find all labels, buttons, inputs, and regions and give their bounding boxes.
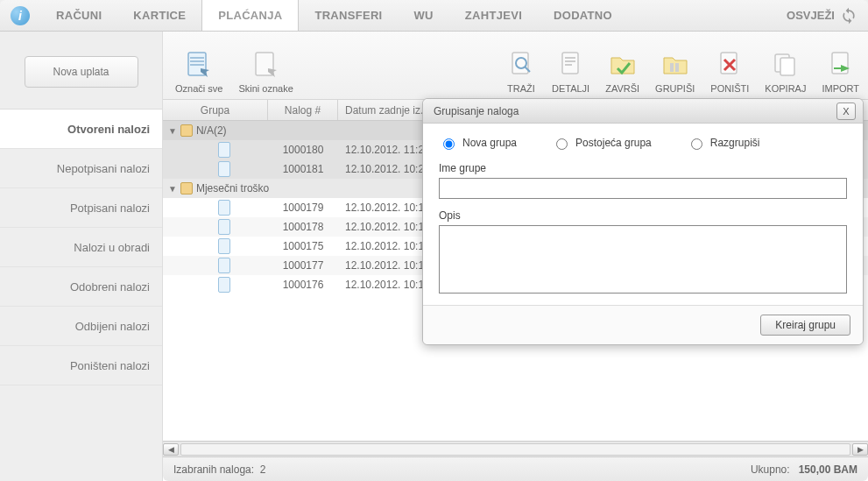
radio-ungroup[interactable]: Razgrupiši	[687, 136, 760, 150]
nav-tab-placanja[interactable]: PLAĆANJA	[201, 0, 299, 31]
page-icon	[218, 219, 230, 235]
group-desc-label: Opis	[439, 209, 847, 222]
details-label: DETALJI	[552, 83, 589, 94]
dialog-title: Grupisanje naloga	[434, 105, 519, 117]
dialog-titlebar[interactable]: Grupisanje naloga X	[423, 99, 863, 124]
refresh-label: OSVJEŽI	[787, 9, 835, 22]
import-icon	[826, 50, 856, 80]
create-group-button[interactable]: Kreiraj grupu	[760, 315, 850, 336]
import-label: IMPORT	[822, 83, 859, 94]
scroll-left-icon[interactable]: ◀	[163, 443, 179, 456]
nav-tab-racuni[interactable]: RAČUNI	[40, 0, 117, 31]
toolbar: Označi sve Skini oznake TRAŽI DETALJI	[163, 32, 868, 100]
cell-order: 1000176	[268, 275, 338, 294]
cell-order: 1000175	[268, 237, 338, 256]
selected-count: 2	[260, 463, 266, 476]
radio-existing-input[interactable]	[556, 138, 568, 150]
copy-button[interactable]: KOPIRAJ	[765, 50, 806, 94]
svg-rect-5	[670, 63, 674, 72]
sidebar-item-nepotpisani[interactable]: Nepotpisani nalozi	[0, 149, 162, 188]
refresh-icon	[840, 7, 857, 25]
page-icon	[218, 200, 230, 216]
package-icon	[180, 182, 193, 195]
group-button[interactable]: GRUPIŠI	[655, 50, 695, 94]
select-all-button[interactable]: Označi sve	[175, 50, 222, 94]
group-mode-radios: Nova grupa Postojeća grupa Razgrupiši	[439, 136, 847, 150]
sidebar-item-potpisani[interactable]: Potpisani nalozi	[0, 188, 162, 228]
svg-rect-6	[675, 63, 679, 72]
search-icon	[506, 50, 536, 80]
page-icon	[218, 238, 230, 254]
sidebar-item-obrada[interactable]: Nalozi u obradi	[0, 228, 162, 267]
svg-rect-9	[780, 58, 794, 75]
side-menu: Otvoreni nalozi Nepotpisani nalozi Potpi…	[0, 109, 162, 386]
radio-ungroup-label: Razgrupiši	[710, 137, 760, 149]
sidebar-item-otvoreni[interactable]: Otvoreni nalozi	[0, 110, 162, 149]
svg-rect-4	[562, 53, 578, 74]
radio-ungroup-input[interactable]	[691, 138, 702, 150]
group-folder-icon	[660, 50, 690, 80]
sidebar-item-odbijeni[interactable]: Odbijeni nalozi	[0, 307, 162, 346]
group-name: Mjesečni troško	[196, 182, 269, 195]
search-button[interactable]: TRAŽI	[506, 50, 536, 94]
radio-existing-label: Postojeća grupa	[575, 137, 652, 149]
col-group[interactable]: Grupa	[163, 100, 268, 120]
nav-tab-wu[interactable]: WU	[399, 0, 449, 31]
cell-order: 1000180	[268, 140, 338, 159]
cell-order: 1000178	[268, 217, 338, 237]
details-button[interactable]: DETALJI	[552, 50, 589, 94]
sidebar-item-odobreni[interactable]: Odobreni nalozi	[0, 267, 162, 307]
page-icon	[218, 142, 230, 158]
deselect-icon	[251, 50, 281, 80]
scroll-right-icon[interactable]: ▶	[852, 443, 868, 456]
nav-tab-dodatno[interactable]: DODATNO	[538, 0, 628, 31]
total-label: Ukupno:	[751, 463, 790, 476]
cancel-label: PONIŠTI	[710, 83, 749, 94]
page-icon	[218, 277, 230, 293]
group-desc-input[interactable]	[439, 225, 847, 294]
nav-tab-zahtjevi[interactable]: ZAHTJEVI	[449, 0, 538, 31]
refresh-button[interactable]: OSVJEŽI	[776, 7, 868, 25]
total-value: 150,00 BAM	[799, 463, 857, 476]
finish-button[interactable]: ZAVRŠI	[605, 50, 639, 94]
group-dialog: Grupisanje naloga X Nova grupa Postojeća…	[422, 98, 864, 345]
finish-label: ZAVRŠI	[605, 83, 639, 94]
nav-tab-kartice[interactable]: KARTICE	[117, 0, 201, 31]
check-folder-icon	[608, 50, 638, 80]
collapse-icon: ▼	[168, 126, 177, 136]
scroll-track[interactable]	[180, 443, 850, 456]
cell-order: 1000181	[268, 159, 338, 179]
collapse-icon: ▼	[168, 184, 177, 194]
nav-tabs: RAČUNI KARTICE PLAĆANJA TRANSFERI WU ZAH…	[40, 0, 776, 31]
radio-existing-group[interactable]: Postojeća grupa	[552, 136, 652, 150]
deselect-label: Skini oznake	[238, 83, 293, 94]
cell-order: 1000179	[268, 198, 338, 217]
main-panel: Označi sve Skini oznake TRAŽI DETALJI	[162, 32, 868, 481]
details-icon	[556, 50, 586, 80]
search-label: TRAŽI	[507, 83, 535, 94]
cancel-icon	[715, 50, 745, 80]
new-payment-button[interactable]: Nova uplata	[25, 56, 138, 88]
selected-label: Izabranih naloga:	[173, 463, 254, 476]
top-nav: i RAČUNI KARTICE PLAĆANJA TRANSFERI WU Z…	[0, 0, 868, 32]
sidebar-item-ponisteni[interactable]: Poništeni nalozi	[0, 346, 162, 386]
dialog-close-button[interactable]: X	[836, 103, 856, 120]
radio-new-input[interactable]	[443, 138, 455, 150]
group-name: N/A(2)	[196, 124, 227, 137]
copy-icon	[771, 50, 801, 80]
copy-label: KOPIRAJ	[765, 83, 806, 94]
horizontal-scrollbar[interactable]: ◀ ▶	[163, 441, 868, 456]
cancel-button[interactable]: PONIŠTI	[710, 50, 749, 94]
cell-order: 1000177	[268, 256, 338, 275]
nav-tab-transferi[interactable]: TRANSFERI	[299, 0, 398, 31]
group-name-label: Ime grupe	[439, 162, 847, 174]
status-bar: Izabranih naloga: 2 Ukupno: 150,00 BAM	[163, 456, 868, 481]
import-button[interactable]: IMPORT	[822, 50, 859, 94]
info-icon[interactable]: i	[11, 6, 30, 25]
package-icon	[180, 124, 193, 137]
select-all-icon	[184, 50, 214, 80]
col-order[interactable]: Nalog #	[268, 100, 338, 120]
radio-new-group[interactable]: Nova grupa	[439, 136, 517, 150]
group-name-input[interactable]	[439, 178, 847, 199]
deselect-button[interactable]: Skini oznake	[238, 50, 293, 94]
